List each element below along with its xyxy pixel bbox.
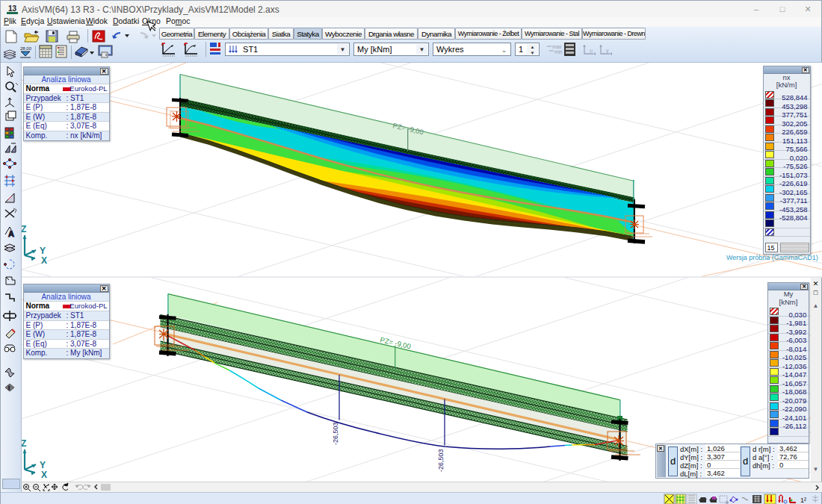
svg-text:28.00: 28.00 (20, 46, 32, 51)
svg-text:min: min (554, 49, 563, 55)
svg-text:13: 13 (8, 4, 17, 13)
svg-text:-26,503: -26,503 (437, 449, 445, 472)
svg-text:i: i (8, 385, 10, 391)
svg-text:max: max (552, 44, 562, 49)
svg-text:1²: 1² (800, 497, 806, 504)
svg-text:A: A (8, 229, 14, 238)
svg-text:y: y (606, 48, 609, 54)
svg-text:Y: Y (40, 460, 46, 470)
svg-text:Z: Z (22, 438, 26, 449)
svg-text:X: X (41, 470, 47, 480)
svg-text:X: X (41, 255, 47, 266)
svg-text:Z: Z (22, 224, 26, 234)
svg-text:u: u (590, 48, 593, 53)
svg-text:-26,503: -26,503 (332, 422, 339, 445)
svg-text:Y: Y (40, 246, 46, 256)
